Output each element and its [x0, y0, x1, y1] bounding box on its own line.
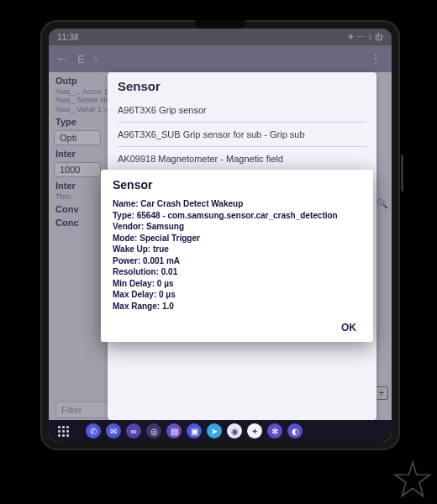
notes-icon[interactable]: ▤: [166, 423, 182, 438]
dialog-line: Vendor: Samsung: [113, 221, 361, 233]
dialog-line: Min Delay: 0 µs: [113, 278, 361, 290]
browser-icon[interactable]: ◐: [287, 423, 303, 438]
sensor-dialog: Sensor Name: Car Crash Detect WakeupType…: [101, 170, 373, 342]
assist-icon[interactable]: ✦: [247, 423, 262, 438]
gallery-icon[interactable]: ◉: [227, 423, 242, 438]
apps-grid-icon[interactable]: [55, 423, 71, 438]
dialog-line: Max Range: 1.0: [113, 301, 361, 312]
dialog-line: Mode: Special Trigger: [113, 233, 361, 244]
watermark-star-icon: [393, 460, 432, 499]
sensor-list-item[interactable]: A96T3X6 Grip sensor: [118, 98, 366, 123]
dialog-line: Name: Car Crash Detect Wakeup: [113, 198, 361, 210]
settings-icon[interactable]: ✻: [267, 423, 282, 438]
dialog-line: Max Delay: 0 µs: [113, 289, 361, 301]
ok-button[interactable]: OK: [336, 318, 361, 337]
svg-marker-0: [395, 462, 429, 496]
sensor-list-item[interactable]: AK09918 Magnetometer - Magnetic field: [118, 147, 366, 171]
chrome-icon[interactable]: ◎: [146, 423, 161, 438]
side-button: [401, 155, 403, 192]
dialog-line: Power: 0.001 mA: [113, 255, 361, 267]
panel-title: Sensor: [118, 79, 366, 93]
phone-icon[interactable]: ✆: [86, 423, 101, 438]
telegram-icon[interactable]: ➤: [207, 423, 222, 438]
meta-icon[interactable]: ∞: [126, 423, 141, 438]
screen: 11:38 ✈ ⋯ ⫶ ⏻ ← E A ⋮ Outp%as_... Accur …: [49, 29, 392, 442]
fold-notch: [195, 20, 245, 29]
dialog-title: Sensor: [113, 178, 361, 192]
device-frame: 11:38 ✈ ⋯ ⫶ ⏻ ← E A ⋮ Outp%as_... Accur …: [40, 20, 400, 450]
messages-icon[interactable]: ✉: [106, 423, 121, 438]
taskbar: ✆✉∞◎▤▣➤◉✦✻◐: [49, 420, 392, 442]
sensor-list-item[interactable]: A96T3X6_SUB Grip sensor for sub - Grip s…: [118, 123, 366, 147]
dialog-line: Resolution: 0.01: [113, 266, 361, 278]
camera-icon[interactable]: ▣: [187, 423, 202, 438]
dialog-line: Wake Up: true: [113, 244, 361, 255]
dialog-line: Type: 65648 - com.samsung.sensor.car_cra…: [113, 210, 361, 222]
